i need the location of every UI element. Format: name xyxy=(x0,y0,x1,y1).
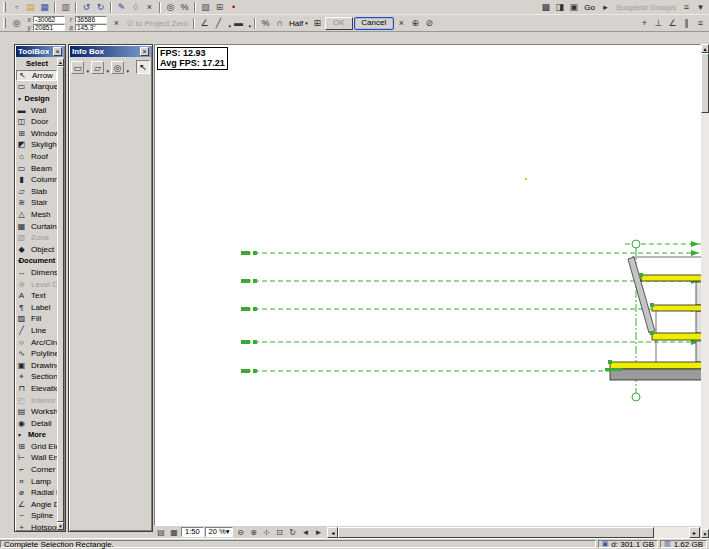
toolbar-grip[interactable] xyxy=(3,2,6,12)
next-view-icon[interactable]: ► xyxy=(312,527,324,538)
scale-selector[interactable]: 1:50 xyxy=(181,527,204,537)
rotated-marquee-icon[interactable]: ▱▾ xyxy=(91,61,104,74)
zoom-percent-icon[interactable]: % xyxy=(178,1,191,14)
tool-line[interactable]: ╱Line xyxy=(16,325,57,337)
tool-detail[interactable]: ◉Detail xyxy=(16,417,57,429)
tool-curtain-wall[interactable]: ▦Curtain Wall xyxy=(16,220,57,232)
close-x-icon[interactable]: × xyxy=(395,17,408,30)
quick-options-icon[interactable]: ▤ xyxy=(155,527,167,538)
tool-spline[interactable]: ~Spline xyxy=(16,510,57,522)
tool-marquee[interactable]: ▭Marquee xyxy=(16,81,57,93)
tool-hotspot[interactable]: +Hotspot xyxy=(16,522,57,530)
origin-icon[interactable]: ⊕ xyxy=(409,17,422,30)
scrollbar-thumb[interactable] xyxy=(338,527,653,538)
tool-wall-end[interactable]: ⊢Wall End xyxy=(16,452,57,464)
tool-section[interactable]: ⌖Section xyxy=(16,371,57,383)
more-options-icon[interactable]: ▾ xyxy=(694,1,707,14)
snap-grid-icon[interactable]: ⊞ xyxy=(311,17,324,30)
toolbox-group-design[interactable]: ▼Design xyxy=(16,93,57,105)
groups-icon[interactable]: ≡ xyxy=(680,1,693,14)
zoom-out-icon[interactable]: ⊖ xyxy=(234,527,246,538)
tool-roof[interactable]: ⌂Roof xyxy=(16,151,57,163)
y-coordinate-input[interactable] xyxy=(33,24,65,31)
zoom-in-icon[interactable]: ⊕ xyxy=(247,527,259,538)
go-label[interactable]: Go xyxy=(581,3,598,12)
teamwork-icon[interactable]: ▩ xyxy=(539,1,552,14)
publish-icon[interactable]: ◨ xyxy=(553,1,566,14)
no-entry-icon[interactable]: ⊘ xyxy=(423,17,436,30)
pan-icon[interactable]: ⊹ xyxy=(260,527,272,538)
tool-column[interactable]: ▮Column xyxy=(16,174,57,186)
tool-door[interactable]: ◫Door xyxy=(16,116,57,128)
toolbox-group-document[interactable]: ▼Document xyxy=(16,255,57,267)
tool-wall[interactable]: ▬Wall xyxy=(16,104,57,116)
tool-skylight[interactable]: ◩Skylight xyxy=(16,139,57,151)
tool-window[interactable]: ⊞Window xyxy=(16,128,57,140)
grid-icon[interactable]: ⊞ xyxy=(213,1,226,14)
fit-in-window-icon[interactable]: ⊡ xyxy=(273,527,285,538)
selection-method-icon[interactable]: ◎▾ xyxy=(111,61,124,74)
radius-coordinate-input[interactable] xyxy=(75,16,107,23)
toolbox-group-more[interactable]: ▼More xyxy=(16,429,57,441)
tool-interior-ele[interactable]: ◰Interior Ele... xyxy=(16,394,57,406)
tracker-icon[interactable]: ◎ xyxy=(10,17,23,30)
scroll-right-arrow[interactable]: ► xyxy=(689,527,700,538)
delete-icon[interactable]: × xyxy=(143,1,156,14)
open-icon[interactable]: ▤ xyxy=(24,1,37,14)
tool-worksheet[interactable]: ▤Worksheet xyxy=(16,406,57,418)
line-type-icon[interactable]: ╱▾ xyxy=(212,17,225,30)
go-arrow-icon[interactable]: ▸ xyxy=(599,1,612,14)
close-icon[interactable]: × xyxy=(140,47,149,56)
ok-button[interactable]: OK xyxy=(325,17,353,30)
tool-object[interactable]: ◆Object xyxy=(16,244,57,256)
tool-grid-elem[interactable]: ⊞Grid Elem... xyxy=(16,441,57,453)
snap-ratio-dropdown[interactable]: Half ▾ xyxy=(287,19,310,28)
new-document-icon[interactable]: ▫ xyxy=(10,1,23,14)
snap-icon[interactable]: ∩ xyxy=(273,17,286,30)
percent-icon[interactable]: % xyxy=(259,17,272,30)
arrow-cursor-icon[interactable]: ↖ xyxy=(136,60,150,74)
find-select-icon[interactable]: ◎ xyxy=(164,1,177,14)
close-icon[interactable]: × xyxy=(53,47,62,56)
undo-icon[interactable]: ↺ xyxy=(80,1,93,14)
angle-coordinate-input[interactable] xyxy=(75,24,107,31)
tool-beam[interactable]: ▭Beam xyxy=(16,162,57,174)
tool-dimension[interactable]: ↔Dimension xyxy=(16,267,57,279)
infobox-title-bar[interactable]: Info Box × xyxy=(70,46,151,57)
previous-view-icon[interactable]: ◄ xyxy=(299,527,311,538)
scroll-up-arrow[interactable]: ▲ xyxy=(57,58,64,66)
add-icon[interactable]: + xyxy=(638,17,651,30)
tool-level-dim[interactable]: ⊕Level Dim... xyxy=(16,278,57,290)
save-icon[interactable]: ▦ xyxy=(38,1,51,14)
tool-radial-di[interactable]: ⌀Radial Di... xyxy=(16,487,57,499)
tool-arrow[interactable]: ↖Arrow xyxy=(16,70,57,82)
pen-set-icon[interactable]: ▦ xyxy=(168,527,180,538)
pen-tool-icon[interactable]: ✎ xyxy=(115,1,128,14)
tool-label[interactable]: ¶Label xyxy=(16,301,57,313)
toolbox-scrollbar[interactable]: ▲ ▼ xyxy=(57,58,64,530)
cancel-button[interactable]: Cancel xyxy=(354,17,394,30)
tool-mesh[interactable]: △Mesh xyxy=(16,209,57,221)
orbit-icon[interactable]: ↻ xyxy=(286,527,298,538)
tool-angle-di[interactable]: ∠Angle Di... xyxy=(16,499,57,511)
tool-slab[interactable]: ▱Slab xyxy=(16,186,57,198)
close-coordinates-icon[interactable]: × xyxy=(110,17,123,30)
suspend-groups-button[interactable]: Suspend Groups xyxy=(613,3,679,12)
toolbox-title-bar[interactable]: ToolBox × xyxy=(16,46,64,57)
scrollbar-track[interactable] xyxy=(338,527,689,538)
vertical-scrollbar[interactable]: ▲ ▼ xyxy=(701,44,709,538)
toolbar-grip[interactable] xyxy=(3,18,6,28)
perpendicular-icon[interactable]: ⊥ xyxy=(652,17,665,30)
list-icon[interactable]: ≡ xyxy=(694,17,707,30)
scrollbar-track[interactable] xyxy=(701,53,709,529)
eraser-icon[interactable]: ◊ xyxy=(129,1,142,14)
scroll-down-arrow[interactable]: ▼ xyxy=(57,522,64,530)
toolbox-group-select[interactable]: Select xyxy=(16,58,57,70)
scrollbar-thumb[interactable] xyxy=(701,53,709,113)
scroll-down-arrow[interactable]: ▼ xyxy=(701,529,709,538)
tool-lamp[interactable]: ¤Lamp xyxy=(16,475,57,487)
layers-icon[interactable]: ▧ xyxy=(199,1,212,14)
scroll-up-arrow[interactable]: ▲ xyxy=(701,44,709,53)
print-icon[interactable]: ▥ xyxy=(59,1,72,14)
pen-weight-icon[interactable]: ▬▾ xyxy=(232,17,245,30)
